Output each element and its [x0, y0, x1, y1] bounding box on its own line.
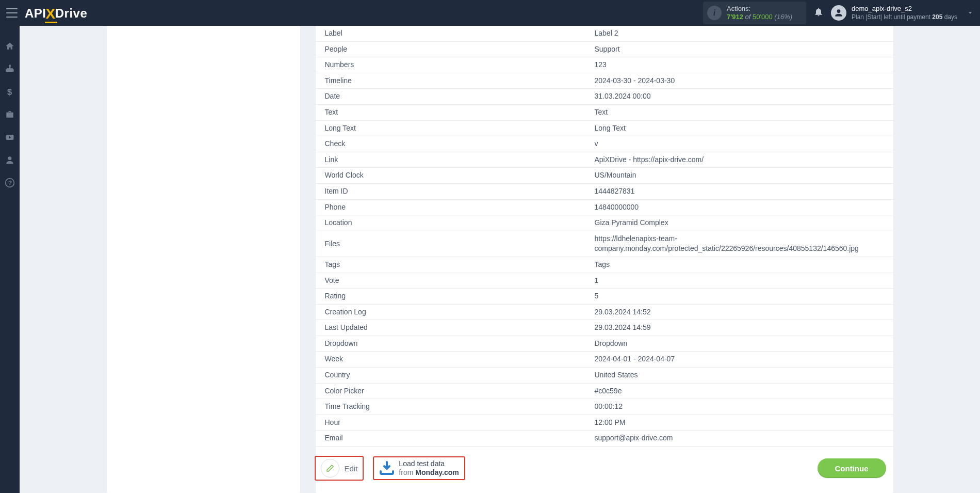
user-menu[interactable]: demo_apix-drive_s2 Plan |Start| left unt… — [831, 5, 974, 21]
logo-text-drive: Drive — [55, 6, 88, 21]
avatar-icon — [831, 5, 846, 21]
plan-info: Plan |Start| left until payment 205 days — [852, 13, 957, 21]
actions-counter[interactable]: i Actions: 7'912 of 50'000 (16%) — [703, 2, 806, 25]
actions-pct: (16%) — [774, 13, 792, 21]
info-icon: i — [707, 6, 722, 20]
logo-text-api: API — [25, 6, 46, 21]
chevron-down-icon — [967, 9, 974, 17]
actions-of: of — [745, 13, 751, 21]
top-bar: API X Drive i Actions: 7'912 of 50'000 (… — [0, 0, 980, 26]
logo[interactable]: API X Drive — [25, 5, 87, 21]
actions-total: 50'000 — [753, 13, 773, 21]
actions-used: 7'912 — [727, 13, 743, 21]
notifications-icon[interactable] — [813, 7, 824, 19]
actions-label: Actions: — [727, 5, 792, 13]
menu-toggle-icon[interactable] — [6, 8, 18, 18]
logo-text-x: X — [46, 6, 56, 22]
username: demo_apix-drive_s2 — [852, 5, 957, 13]
